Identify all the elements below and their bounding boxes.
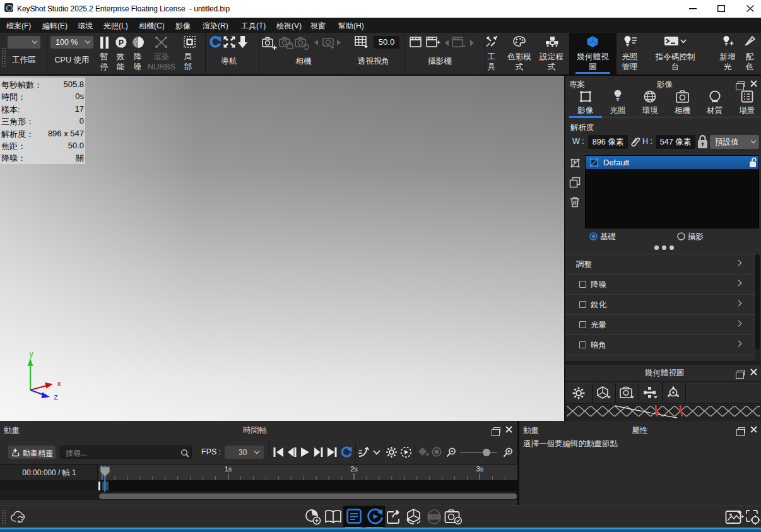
svg-text:x: x	[57, 380, 61, 389]
svg-text:z: z	[54, 393, 58, 402]
svg-text:3s: 3s	[476, 465, 484, 473]
svg-text:2s: 2s	[350, 465, 358, 473]
svg-text:y: y	[29, 350, 33, 359]
svg-text:P: P	[119, 38, 124, 47]
svg-text:1s: 1s	[225, 465, 232, 473]
